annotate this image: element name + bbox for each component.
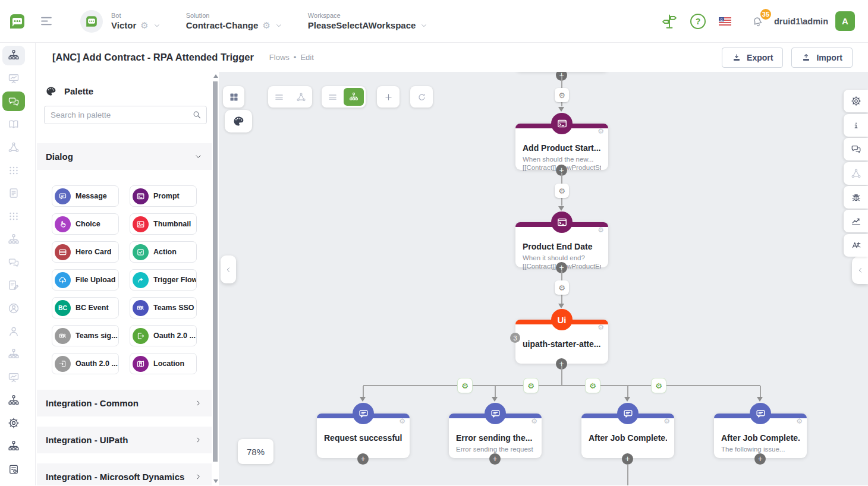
chevron-down-icon[interactable]: [420, 21, 428, 30]
flow-node-error-sending[interactable]: Error sending the... Error sending the r…: [449, 414, 542, 458]
rail-item-integrations[interactable]: [0, 435, 27, 458]
info-button[interactable]: [844, 114, 868, 137]
connector-gear-icon[interactable]: [555, 280, 569, 295]
add-after-node-button[interactable]: [622, 453, 633, 465]
branch-condition-gear-icon[interactable]: [652, 378, 666, 393]
scrollbar-thumb[interactable]: [213, 81, 218, 462]
palette-item-choice[interactable]: Choice: [52, 213, 119, 235]
chevron-down-icon[interactable]: [153, 21, 161, 30]
rail-item-knowledge[interactable]: [0, 113, 27, 136]
node-gear-icon[interactable]: [399, 418, 405, 425]
add-after-node-button[interactable]: [489, 453, 501, 465]
node-gear-icon[interactable]: [663, 418, 670, 425]
import-button[interactable]: Import: [791, 48, 853, 68]
connections-button[interactable]: [844, 162, 868, 185]
rail-item-analytics[interactable]: [0, 366, 27, 389]
add-after-node-button[interactable]: [357, 453, 369, 465]
palette-item-trigger-flow[interactable]: Trigger Flow: [130, 269, 197, 291]
breadcrumb-flows[interactable]: Flows: [269, 53, 290, 62]
grid-view-button[interactable]: [223, 86, 244, 108]
add-step-button[interactable]: [377, 86, 400, 108]
list-layout-button[interactable]: [268, 86, 290, 108]
chevron-down-icon[interactable]: [275, 21, 283, 30]
us-flag-icon[interactable]: [719, 17, 731, 26]
node-gear-icon[interactable]: [597, 128, 604, 135]
palette-item-message[interactable]: Message: [52, 185, 119, 207]
chat-test-button[interactable]: [844, 138, 868, 160]
branch-condition-gear-icon[interactable]: [586, 378, 600, 393]
node-gear-icon[interactable]: [597, 226, 604, 233]
druid-logo-icon[interactable]: [8, 12, 26, 30]
palette-item-action[interactable]: Action: [130, 241, 197, 263]
collapse-palette-button[interactable]: [221, 255, 236, 283]
branch-condition-gear-icon[interactable]: [458, 378, 472, 393]
flow-node-after-job-complete-2[interactable]: After Job Complete... The following issu…: [714, 414, 807, 458]
flow-node-add-product-start[interactable]: Add Product Start... When should the new…: [515, 124, 608, 170]
help-icon[interactable]: ?: [690, 14, 706, 29]
rail-item-training[interactable]: [0, 274, 27, 297]
solution-settings-icon[interactable]: ⚙: [262, 21, 270, 30]
translate-button[interactable]: [844, 234, 868, 257]
palette-item-bc-event[interactable]: BCBC Event: [52, 297, 119, 318]
rail-item-workflows[interactable]: [0, 389, 27, 412]
rail-item-apps[interactable]: [0, 159, 27, 182]
bot-avatar[interactable]: [80, 10, 103, 33]
palette-item-prompt[interactable]: Prompt: [130, 185, 197, 207]
palette-item-teams-sso[interactable]: Teams SSO: [130, 297, 197, 318]
flow-settings-button[interactable]: [844, 90, 868, 112]
palette-item-oauth-in[interactable]: Oauth 2.0 ...: [52, 353, 119, 374]
rail-item-conversations[interactable]: [0, 251, 27, 274]
scroll-up-arrow[interactable]: [213, 74, 218, 78]
solution-selector[interactable]: Solution Contract-Change ⚙: [186, 12, 283, 30]
node-gear-icon[interactable]: [796, 418, 803, 425]
palette-item-file-upload[interactable]: File Upload: [52, 269, 119, 291]
node-gear-icon[interactable]: [531, 418, 537, 425]
flow-canvas[interactable]: 78%: [219, 72, 868, 485]
add-after-node-button[interactable]: [754, 453, 766, 465]
rail-item-entities[interactable]: [0, 205, 27, 228]
rail-item-profile[interactable]: [0, 297, 27, 320]
scroll-down-arrow[interactable]: [213, 479, 218, 483]
user-avatar[interactable]: A: [835, 11, 855, 31]
rail-item-users[interactable]: [0, 320, 27, 343]
node-gear-icon[interactable]: [597, 324, 604, 331]
connector-gear-icon[interactable]: [555, 184, 569, 198]
rail-item-dashboard[interactable]: [0, 67, 27, 90]
rail-item-documents[interactable]: [0, 182, 27, 205]
refresh-button[interactable]: [410, 86, 433, 108]
menu-toggle-icon[interactable]: [39, 14, 54, 29]
collapse-right-panel-button[interactable]: [852, 257, 868, 284]
palette-item-oauth-out[interactable]: Oauth 2.0 ...: [130, 325, 197, 346]
flow-node-uipath-starter[interactable]: Ui 3 uipath-starter-atte...: [515, 320, 608, 364]
notifications-bell-icon[interactable]: 35: [750, 14, 765, 29]
list-view-button[interactable]: [322, 86, 344, 108]
section-dialog[interactable]: Dialog: [37, 143, 212, 170]
palette-toggle-button[interactable]: [225, 110, 252, 132]
section-integration-common[interactable]: Integration - Common: [37, 390, 212, 416]
rail-item-flows[interactable]: [0, 90, 27, 113]
tree-layout-button[interactable]: [290, 86, 312, 108]
rail-item-settings[interactable]: [0, 412, 27, 435]
section-integration-ms-dynamics[interactable]: Integration - Microsoft Dynamics: [37, 463, 212, 485]
branch-condition-gear-icon[interactable]: [524, 378, 538, 393]
flow-node-after-job-complete-1[interactable]: After Job Complete...: [581, 414, 674, 458]
export-button[interactable]: Export: [722, 48, 783, 68]
palette-item-hero-card[interactable]: Hero Card: [52, 241, 119, 263]
flow-node-product-end-date[interactable]: Product End Date When it should end? [[C…: [515, 222, 608, 267]
signpost-icon[interactable]: [661, 12, 678, 30]
bot-selector[interactable]: Bot Victor ⚙: [111, 12, 161, 30]
rail-item-hierarchy[interactable]: [0, 228, 27, 251]
rail-item-connections[interactable]: [0, 136, 27, 159]
rail-item-flow-overview[interactable]: [0, 44, 27, 67]
palette-item-thumbnail[interactable]: Thumbnail: [130, 213, 197, 235]
diagram-view-button[interactable]: [344, 88, 364, 106]
workspace-selector[interactable]: Workspace PleaseSelectAWorkspace: [308, 12, 429, 30]
rail-item-org[interactable]: [0, 343, 27, 366]
connector-gear-icon[interactable]: [555, 88, 569, 102]
debug-button[interactable]: [844, 186, 868, 209]
palette-search-input[interactable]: [44, 106, 207, 124]
section-integration-uipath[interactable]: Integration - UIPath: [37, 427, 212, 453]
flow-node-request-successful[interactable]: Request successful: [317, 414, 410, 458]
analytics-button[interactable]: [844, 210, 868, 232]
rail-item-configuration[interactable]: [0, 457, 27, 481]
